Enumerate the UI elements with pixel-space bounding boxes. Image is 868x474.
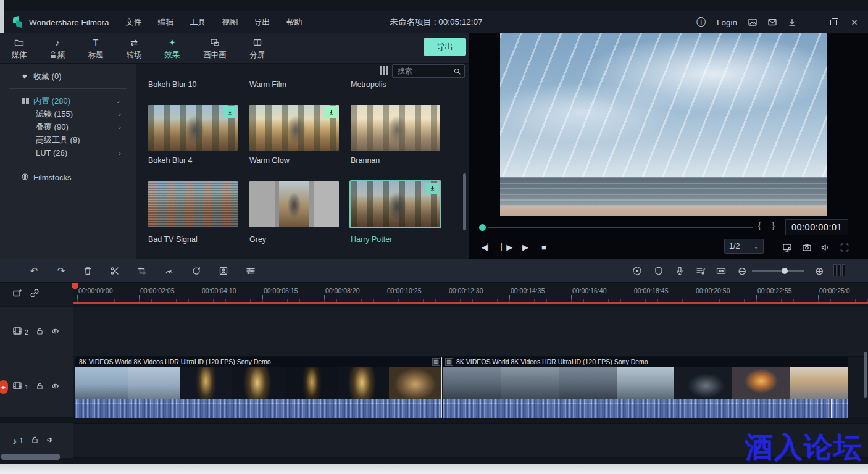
sidebar-item-advanced-tools[interactable]: 高级工具 (9) [0, 133, 136, 146]
tab-splitscreen[interactable]: 分屏 [238, 36, 277, 60]
adjust-button[interactable] [243, 264, 259, 278]
next-frame-button[interactable]: ▶ [517, 239, 533, 254]
tab-audio[interactable]: ♪ 音频 [38, 36, 77, 60]
close-button[interactable]: ✕ [846, 15, 863, 30]
sidebar-item-builtin[interactable]: 内置 (280) ⌄ [0, 94, 136, 107]
redo-button[interactable]: ↷ [53, 264, 69, 278]
effect-label[interactable]: Bad TV Signal [148, 235, 198, 244]
tab-media[interactable]: 媒体 [0, 36, 38, 60]
menu-edit[interactable]: 编辑 [150, 14, 182, 30]
login-button[interactable]: Login [713, 18, 741, 27]
speed-button[interactable] [161, 264, 177, 278]
timeline-ruler[interactable]: 00:00:00:00 00:00:02:05 00:00:04:10 00:0… [73, 283, 868, 302]
preview-quality-select[interactable]: 1/2 ⌄ [724, 239, 764, 254]
effect-label[interactable]: Brannan [351, 156, 380, 165]
playhead-line[interactable] [75, 283, 75, 457]
menu-tools[interactable]: 工具 [182, 14, 214, 30]
crop-button[interactable] [134, 264, 150, 278]
timeline-zoom-slider[interactable] [752, 270, 804, 272]
mark-in-icon[interactable]: { [758, 220, 761, 230]
zoom-to-fit-button[interactable] [713, 264, 729, 278]
tab-transitions[interactable]: ⇄ 转场 [115, 36, 153, 60]
lock-icon[interactable] [36, 381, 44, 393]
grid-view-icon[interactable] [380, 66, 388, 75]
chevron-right-icon[interactable]: › [119, 110, 121, 118]
play-button[interactable]: ▏▶ [499, 239, 515, 254]
mail-icon[interactable] [764, 15, 780, 30]
marker-button[interactable] [651, 264, 667, 278]
effect-thumbnail-warm-glow[interactable] [249, 105, 339, 151]
freeze-frame-button[interactable] [215, 264, 232, 278]
undo-button[interactable]: ↶ [26, 264, 42, 278]
track-lane-video2[interactable] [73, 307, 868, 357]
link-icon[interactable] [30, 288, 40, 301]
tab-pip[interactable]: 画中画 [191, 36, 238, 60]
sidebar-item-favorites[interactable]: ♥ 收藏 (0) [0, 70, 136, 83]
effect-thumbnail-bokeh-blur-4[interactable] [148, 105, 238, 151]
chevron-right-icon[interactable]: › [119, 123, 121, 131]
effect-label[interactable]: Metropolis [351, 80, 386, 89]
menu-export[interactable]: 导出 [246, 14, 278, 30]
download-icon[interactable] [784, 15, 800, 30]
timeline-vertical-scrollbar[interactable] [864, 352, 867, 398]
effect-label[interactable]: Bokeh Blur 4 [148, 156, 193, 165]
audio-mixer-button[interactable] [693, 264, 709, 278]
zoom-out-button[interactable]: ⊖ [734, 264, 750, 278]
effect-label[interactable]: Warm Glow [249, 156, 290, 165]
clip-trim-handle[interactable]: ◂▸ [0, 357, 8, 417]
effect-label-selected[interactable]: Harry Potter [351, 235, 392, 244]
timeline-horizontal-scrollbar[interactable] [1, 454, 60, 460]
restore-button[interactable] [825, 15, 842, 30]
volume-icon[interactable] [818, 240, 833, 255]
export-button[interactable]: 导出 [424, 38, 466, 56]
minimize-button[interactable]: – [804, 15, 821, 30]
display-settings-icon[interactable] [780, 240, 795, 255]
video-clip-2[interactable]: 8K VIDEOS World 8K Videos HDR UltraHD (1… [443, 357, 848, 418]
render-preview-button[interactable] [629, 264, 645, 278]
search-box[interactable] [392, 64, 465, 78]
previous-frame-button[interactable]: ◀▏ [479, 239, 495, 254]
menu-view[interactable]: 视图 [214, 14, 246, 30]
slider-knob[interactable] [782, 268, 788, 274]
snapshot-icon[interactable] [745, 15, 761, 30]
add-track-icon[interactable] [12, 288, 22, 301]
mark-out-icon[interactable]: } [772, 220, 775, 230]
scrubber-handle[interactable] [479, 224, 486, 231]
color-match-button[interactable] [188, 264, 204, 278]
zoom-in-button[interactable]: ⊕ [811, 264, 827, 278]
fullscreen-icon[interactable] [837, 240, 852, 255]
delete-button[interactable] [80, 264, 96, 278]
sidebar-item-filters[interactable]: 滤镜 (155) › [0, 107, 136, 120]
snapshot-camera-icon[interactable] [799, 240, 814, 255]
chevron-right-icon[interactable]: › [119, 149, 121, 157]
tab-titles[interactable]: T 标题 [77, 36, 115, 60]
effect-thumbnail-bad-tv-signal[interactable] [148, 181, 238, 227]
voiceover-mic-button[interactable] [672, 264, 688, 278]
lock-icon[interactable] [36, 326, 44, 338]
tab-effects[interactable]: ✦ 效果 [153, 36, 191, 60]
eye-icon[interactable] [51, 326, 59, 338]
stop-button[interactable]: ■ [536, 239, 552, 254]
effect-label[interactable]: Warm Film [249, 80, 286, 89]
lock-icon[interactable] [31, 435, 39, 446]
chevron-down-icon[interactable]: ⌄ [115, 97, 121, 105]
track-lane-video1[interactable]: 8K VIDEOS World 8K Videos HDR UltraHD (1… [73, 357, 868, 417]
effects-scrollbar[interactable] [463, 173, 466, 230]
menu-help[interactable]: 帮助 [278, 14, 311, 30]
effect-thumbnail-harry-potter-selected[interactable] [351, 181, 440, 227]
track-height-toggle[interactable] [833, 264, 845, 276]
effect-label[interactable]: Grey [249, 235, 266, 244]
sidebar-item-filmstocks[interactable]: Filmstocks [0, 171, 136, 184]
info-icon[interactable]: ⓘ [693, 15, 709, 30]
cut-button[interactable] [107, 264, 123, 278]
sidebar-item-overlays[interactable]: 叠覆 (90) › [0, 120, 136, 133]
preview-video-frame[interactable] [500, 33, 827, 216]
trim-grip-icon[interactable]: ◂▸ [0, 380, 8, 394]
eye-icon[interactable] [51, 381, 59, 393]
video-clip-1-selected[interactable]: 8K VIDEOS World 8K Videos HDR UltraHD (1… [75, 357, 441, 418]
effect-label[interactable]: Bokeh Blur 10 [148, 80, 197, 89]
search-input[interactable] [393, 67, 453, 75]
sidebar-item-lut[interactable]: LUT (26) › [0, 146, 136, 159]
scrubber-track[interactable] [488, 227, 753, 228]
effect-thumbnail-brannan[interactable] [351, 105, 440, 151]
